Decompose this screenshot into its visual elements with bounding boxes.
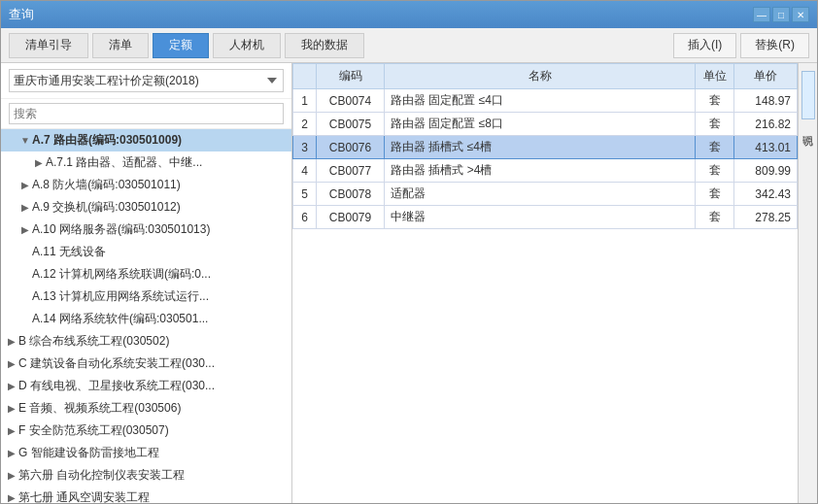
- tab-dingedu[interactable]: 定额: [153, 33, 209, 58]
- tree-item[interactable]: A.11 无线设备: [1, 241, 291, 263]
- tree-item[interactable]: ▶G 智能建设备防雷接地工程: [1, 442, 291, 464]
- tree-item[interactable]: ▶第六册 自动化控制仪表安装工程: [1, 464, 291, 487]
- table-row[interactable]: 4 CB0077 路由器 插槽式 >4槽 套 809.99: [293, 159, 798, 183]
- row-price: 216.82: [734, 113, 798, 136]
- table-container: 编码 名称 单位 单价 1 CB0074 路由器 固定配置 ≤4口 套 148.…: [292, 63, 798, 503]
- tree-item-label: 第七册 通风空调安装工程: [18, 489, 150, 503]
- row-code: CB0076: [317, 136, 385, 159]
- row-name: 路由器 插槽式 ≤4槽: [385, 136, 696, 159]
- tree-item[interactable]: A.12 计算机网络系统联调(编码:0...: [1, 263, 291, 286]
- tree-expand-icon[interactable]: ▶: [5, 380, 18, 393]
- tree-item[interactable]: ▶A.9 交换机(编码:030501012): [1, 196, 291, 218]
- tree-item-label: D 有线电视、卫星接收系统工程(030...: [18, 378, 215, 394]
- row-price: 342.43: [734, 183, 798, 206]
- row-unit: 套: [696, 113, 734, 136]
- tree-item[interactable]: A.13 计算机应用网络系统试运行...: [1, 286, 291, 308]
- tree-item[interactable]: ▶B 综合布线系统工程(030502): [1, 330, 291, 353]
- tree-expand-icon[interactable]: ▼: [18, 134, 32, 148]
- right-panel: 编码 名称 单位 单价 1 CB0074 路由器 固定配置 ≤4口 套 148.…: [292, 63, 798, 503]
- minimize-button[interactable]: —: [753, 7, 770, 22]
- tree-item-label: 第六册 自动化控制仪表安装工程: [18, 467, 185, 484]
- row-unit: 套: [696, 206, 734, 229]
- col-name: 名称: [385, 64, 696, 89]
- row-unit: 套: [696, 159, 734, 183]
- tree-item-label: A.11 无线设备: [32, 244, 106, 260]
- tree-item[interactable]: ▶F 安全防范系统工程(030507): [1, 420, 291, 442]
- dropdown-row: 重庆市通用安装工程计价定额(2018): [1, 63, 291, 99]
- row-name: 路由器 固定配置 ≤8口: [385, 113, 696, 136]
- tab-wode-shuju[interactable]: 我的数据: [285, 33, 364, 58]
- row-name: 适配器: [385, 183, 696, 206]
- tree-item-label: G 智能建设备防雷接地工程: [18, 445, 159, 461]
- tree-item[interactable]: ▶第七册 通风空调安装工程: [1, 487, 291, 503]
- table-row[interactable]: 1 CB0074 路由器 固定配置 ≤4口 套 148.97: [293, 89, 798, 113]
- row-code: CB0075: [317, 113, 385, 136]
- col-unit: 单位: [696, 64, 734, 89]
- row-unit: 套: [696, 183, 734, 206]
- tree-expand-icon[interactable]: ▶: [18, 201, 32, 215]
- table-row[interactable]: 2 CB0075 路由器 固定配置 ≤8口 套 216.82: [293, 113, 798, 136]
- main-content: 重庆市通用安装工程计价定额(2018) ▼A.7 路由器(编码:03050100…: [1, 63, 817, 503]
- tree-item-label: A.13 计算机应用网络系统试运行...: [32, 288, 209, 305]
- quota-dropdown[interactable]: 重庆市通用安装工程计价定额(2018): [9, 69, 284, 92]
- table-row[interactable]: 6 CB0079 中继器 套 278.25: [293, 206, 798, 229]
- main-window: 查询 — □ ✕ 清单引导 清单 定额 人材机 我的数据 插入(I) 替换(R)…: [0, 0, 818, 504]
- close-button[interactable]: ✕: [792, 7, 809, 22]
- tree-area: ▼A.7 路由器(编码:030501009)▶A.7.1 路由器、适配器、中继.…: [1, 129, 291, 503]
- maximize-button[interactable]: □: [772, 7, 790, 22]
- tree-item-label: A.8 防火墙(编码:030501011): [32, 177, 181, 193]
- tree-item-label: A.9 交换机(编码:030501012): [32, 199, 181, 216]
- toolbar: 清单引导 清单 定额 人材机 我的数据 插入(I) 替换(R): [1, 28, 817, 63]
- tree-item-label: A.10 网络服务器(编码:030501013): [32, 221, 210, 238]
- tree-item-label: B 综合布线系统工程(030502): [18, 333, 169, 350]
- tree-item-label: A.7 路由器(编码:030501009): [32, 132, 182, 149]
- row-code: CB0078: [317, 183, 385, 206]
- window-title: 查询: [9, 6, 34, 23]
- tree-expand-icon[interactable]: ▶: [5, 469, 18, 483]
- tree-item-label: F 安全防范系统工程(030507): [18, 422, 169, 439]
- replace-button[interactable]: 替换(R): [740, 33, 809, 58]
- tree-item[interactable]: ▶D 有线电视、卫星接收系统工程(030...: [1, 375, 291, 397]
- tree-item[interactable]: ▶A.10 网络服务器(编码:030501013): [1, 218, 291, 241]
- tree-item-label: A.7.1 路由器、适配器、中继...: [46, 154, 202, 171]
- tab-rencaiji[interactable]: 人材机: [213, 33, 281, 58]
- table-row[interactable]: 5 CB0078 适配器 套 342.43: [293, 183, 798, 206]
- tree-item[interactable]: A.14 网络系统软件(编码:030501...: [1, 308, 291, 330]
- search-input[interactable]: [9, 103, 284, 124]
- tree-expand-icon[interactable]: ▶: [5, 357, 18, 371]
- tree-expand-icon[interactable]: ▶: [5, 491, 18, 504]
- row-num: 2: [293, 113, 317, 136]
- row-price: 278.25: [734, 206, 798, 229]
- table-row[interactable]: 3 CB0076 路由器 插槽式 ≤4槽 套 413.01: [293, 136, 798, 159]
- col-price: 单价: [734, 64, 798, 89]
- tree-item[interactable]: ▶E 音频、视频系统工程(030506): [1, 397, 291, 420]
- toolbar-tabs: 清单引导 清单 定额 人材机 我的数据: [9, 33, 364, 58]
- tree-item[interactable]: ▶A.8 防火墙(编码:030501011): [1, 174, 291, 196]
- title-buttons: — □ ✕: [753, 7, 809, 22]
- tab-qingdan[interactable]: 清单: [92, 33, 149, 58]
- insert-button[interactable]: 插入(I): [673, 33, 736, 58]
- data-table: 编码 名称 单位 单价 1 CB0074 路由器 固定配置 ≤4口 套 148.…: [292, 63, 798, 229]
- row-name: 路由器 固定配置 ≤4口: [385, 89, 696, 113]
- tree-expand-icon[interactable]: ▶: [5, 402, 18, 416]
- tree-expand-icon[interactable]: ▶: [5, 447, 18, 460]
- tree-item-label: E 音频、视频系统工程(030506): [18, 400, 181, 417]
- row-unit: 套: [696, 136, 734, 159]
- tab-qingdan-yinjin[interactable]: 清单引导: [9, 33, 88, 58]
- row-unit: 套: [696, 89, 734, 113]
- tree-expand-icon[interactable]: ▶: [18, 223, 32, 237]
- tree-item[interactable]: ▶A.7.1 路由器、适配器、中继...: [1, 151, 291, 174]
- tree-item[interactable]: ▶C 建筑设备自动化系统安装工程(030...: [1, 353, 291, 375]
- tree-expand-icon[interactable]: ▶: [5, 335, 18, 349]
- left-panel: 重庆市通用安装工程计价定额(2018) ▼A.7 路由器(编码:03050100…: [1, 63, 292, 503]
- tree-expand-icon[interactable]: ▶: [32, 156, 46, 170]
- search-row: [1, 99, 291, 129]
- tree-item[interactable]: ▼A.7 路由器(编码:030501009): [1, 129, 291, 151]
- row-code: CB0077: [317, 159, 385, 183]
- row-num: 5: [293, 183, 317, 206]
- col-num: [293, 64, 317, 89]
- tree-expand-icon[interactable]: ▶: [18, 179, 32, 192]
- row-num: 4: [293, 159, 317, 183]
- tree-expand-icon[interactable]: ▶: [5, 424, 18, 438]
- row-num: 6: [293, 206, 317, 229]
